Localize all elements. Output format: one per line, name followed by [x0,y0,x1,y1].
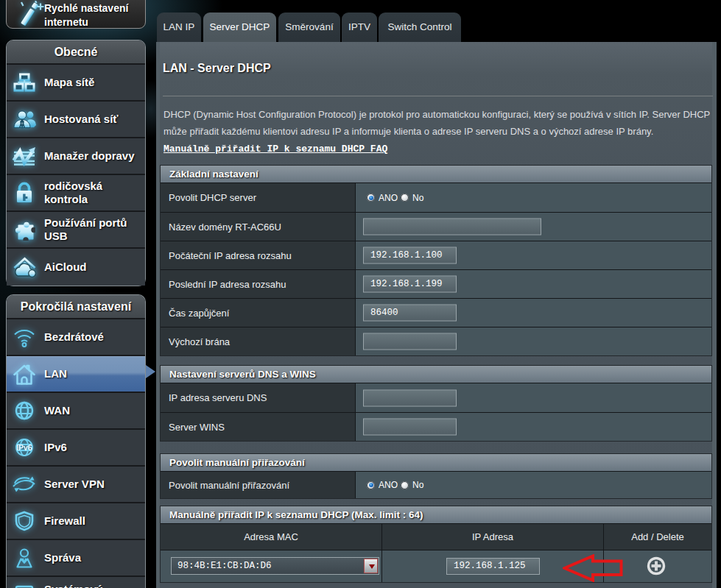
svg-text:IPv6: IPv6 [16,443,32,452]
